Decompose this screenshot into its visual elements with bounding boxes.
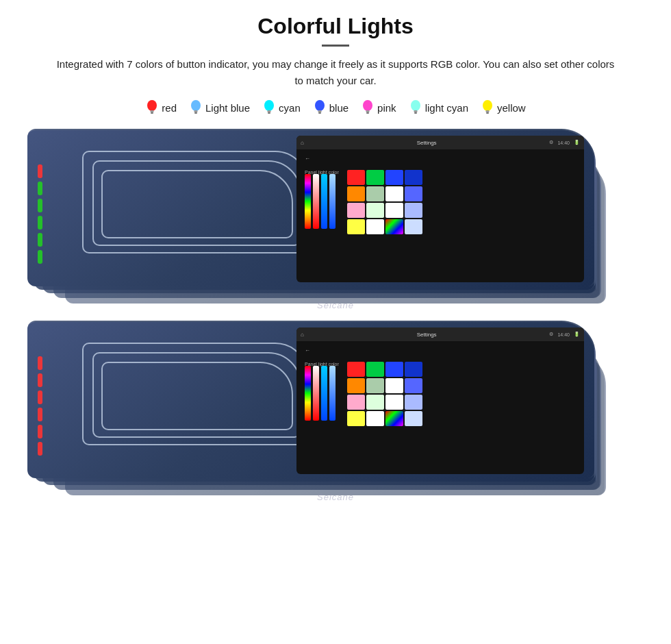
battery-icon-b: 🔋: [574, 332, 580, 337]
chrome-arc-b3: [101, 362, 293, 430]
svg-rect-11: [318, 112, 321, 114]
cell-b-pink: [347, 395, 365, 410]
led-b-red4: [38, 408, 42, 421]
svg-point-3: [191, 100, 201, 111]
cell-b-blue: [385, 362, 403, 377]
color-bars-section-b: Panel light color: [305, 362, 339, 426]
screen-time-b: 14:40: [557, 332, 570, 337]
cell-b-green: [366, 362, 384, 377]
color-item-red: red: [145, 99, 177, 116]
screen-body-bottom: Panel light color: [296, 356, 584, 432]
svg-rect-10: [318, 110, 321, 112]
led-green3: [38, 216, 42, 230]
battery-icon: 🔋: [574, 140, 580, 145]
led-green4: [38, 233, 42, 247]
cell-red: [347, 170, 365, 185]
bulb-yellow: [481, 99, 494, 116]
car-image-bottom: ⌂ Settings ⚙ 14:40 🔋 ← Panel light color: [27, 321, 644, 512]
svg-rect-16: [414, 110, 417, 112]
car-layer-5: ⌂ Settings ⚙ 14:40 🔋 ← Panel li: [27, 129, 596, 286]
svg-point-0: [147, 100, 157, 111]
page-container: Colorful Lights Integrated with 7 colors…: [0, 0, 671, 644]
svg-point-15: [411, 100, 420, 111]
page-title: Colorful Lights: [257, 14, 414, 39]
led-b-red6: [38, 442, 42, 456]
cell-orange: [347, 186, 365, 201]
screen-body-top: Panel light color: [296, 164, 584, 240]
cell-purple: [405, 186, 422, 201]
bulb-cyan: [262, 99, 276, 116]
led-green2: [38, 199, 42, 212]
car-stack-bottom: ⌂ Settings ⚙ 14:40 🔋 ← Panel light color: [27, 321, 644, 506]
car-screen-top: ⌂ Settings ⚙ 14:40 🔋 ← Panel li: [296, 136, 584, 282]
color-label-cyan: cyan: [279, 102, 301, 114]
cell-green: [366, 170, 384, 185]
led-b-red: [38, 356, 42, 370]
cell-b-palegreen: [366, 395, 384, 410]
screen-topbar-bottom: ⌂ Settings ⚙ 14:40 🔋: [296, 327, 584, 341]
color-label-blue: blue: [329, 102, 349, 114]
vbar-blue: [321, 174, 327, 229]
home-icon-b: ⌂: [301, 332, 304, 338]
home-icon: ⌂: [301, 140, 304, 146]
color-item-lightcyan: light cyan: [409, 99, 468, 116]
led-b-red3: [38, 391, 42, 404]
cell-b-darkblue: [405, 362, 422, 377]
cell-b-white: [385, 378, 403, 393]
cell-b-lightgreen: [366, 378, 384, 393]
vbar-blue2: [329, 174, 336, 229]
cell-lightgreen: [366, 186, 384, 201]
led-b-red5: [38, 425, 42, 438]
back-icon-b: ←: [305, 347, 310, 354]
color-item-lightblue: Light blue: [189, 99, 250, 116]
svg-point-18: [483, 100, 492, 111]
back-icon: ←: [305, 156, 310, 162]
svg-rect-13: [366, 110, 370, 112]
cell-paleblue: [405, 219, 422, 234]
led-green5: [38, 250, 42, 264]
cell-b-gradient: [385, 411, 403, 426]
svg-point-9: [315, 100, 325, 111]
color-label-lightblue: Light blue: [205, 102, 250, 114]
vbar-rainbow-b: [305, 366, 311, 421]
cell-b-paleblue: [405, 411, 422, 426]
back-btn-row-b: ←: [296, 341, 584, 356]
title-divider: [322, 45, 349, 47]
watermark-bottom: Seicane: [317, 492, 354, 502]
car-image-top: ⌂ Settings ⚙ 14:40 🔋 ← Panel li: [27, 129, 644, 321]
side-leds-bottom: [38, 356, 42, 456]
bulb-blue: [313, 99, 327, 116]
svg-rect-1: [151, 110, 154, 112]
svg-rect-8: [268, 112, 270, 114]
color-grid-top: [347, 170, 422, 234]
svg-point-12: [363, 100, 372, 111]
vertical-bars-b: [305, 369, 339, 421]
images-section: ⌂ Settings ⚙ 14:40 🔋 ← Panel li: [27, 129, 644, 512]
car-screen-bottom: ⌂ Settings ⚙ 14:40 🔋 ← Panel light color: [296, 327, 584, 474]
cell-gradient: [385, 219, 403, 234]
vbar-blue2-b: [329, 366, 336, 421]
svg-rect-2: [151, 112, 153, 114]
led-b-red2: [38, 373, 42, 387]
vbar-red-white: [313, 174, 319, 229]
cell-white3: [366, 219, 384, 234]
svg-point-6: [264, 100, 274, 111]
cell-white: [385, 186, 403, 201]
color-label-red: red: [162, 102, 177, 114]
svg-rect-7: [268, 110, 271, 112]
color-bars-section: Panel light color: [305, 170, 339, 234]
svg-rect-5: [194, 112, 197, 114]
cell-white2: [385, 203, 403, 218]
svg-rect-20: [486, 112, 489, 114]
watermark-top: Seicane: [317, 300, 354, 310]
car-layer-b5: ⌂ Settings ⚙ 14:40 🔋 ← Panel light color: [27, 321, 596, 478]
cell-yellow: [347, 219, 365, 234]
cell-palegreen: [366, 203, 384, 218]
cell-b-lightblue: [405, 395, 422, 410]
chrome-arc-3: [101, 170, 293, 238]
vertical-bars: [305, 177, 339, 229]
gear-icon: ⚙: [549, 140, 553, 145]
side-leds-top: [38, 164, 42, 264]
cell-lightblue: [405, 203, 422, 218]
color-item-cyan: cyan: [262, 99, 301, 116]
